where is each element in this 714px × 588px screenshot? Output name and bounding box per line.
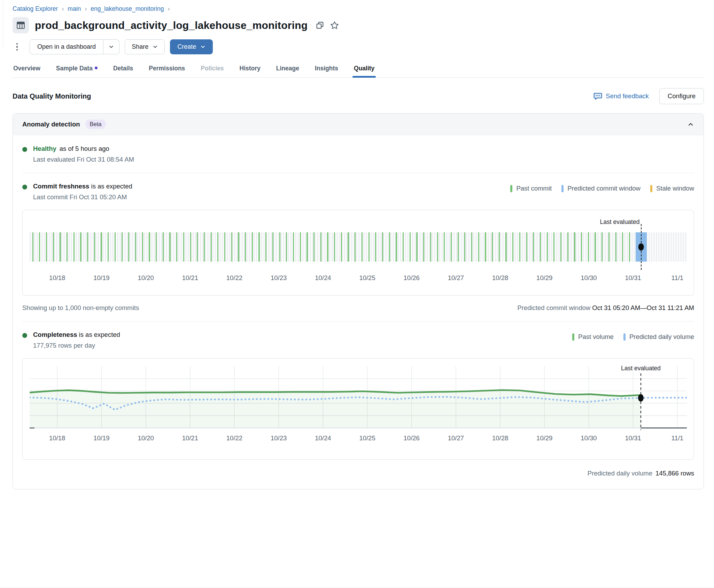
health-last-evaluated: Last evaluated Fri Oct 31 08:54 AM	[33, 156, 134, 163]
open-in-dashboard-dropdown-chevron[interactable]	[103, 40, 119, 54]
completeness-footer: Predicted daily volume 145,866 rows	[22, 470, 694, 477]
tab-details[interactable]: Details	[112, 62, 134, 77]
legend-label: Predicted commit window	[567, 185, 641, 192]
commit-bar	[458, 232, 459, 262]
commit-marker-label: Last evaluated	[600, 218, 640, 226]
legend-swatch	[561, 185, 564, 192]
axis-tick-label: 10/21	[182, 274, 198, 282]
commit-bar	[416, 232, 417, 262]
tab-sample-data[interactable]: Sample Data	[55, 62, 98, 77]
completeness-header: Completeness is as expected 177,975 rows…	[22, 331, 694, 349]
main-content: Catalog Explorer › main › eng_lakehouse_…	[0, 0, 714, 500]
tab-lineage[interactable]: Lineage	[275, 62, 300, 77]
tab-permissions[interactable]: Permissions	[148, 62, 186, 77]
breadcrumb-catalog-explorer[interactable]: Catalog Explorer	[13, 5, 58, 13]
completeness-rows-per-day: 177,975 rows per day	[33, 342, 120, 349]
commit-bar	[629, 232, 630, 262]
commit-bar	[39, 232, 40, 262]
axis-tick-label: 10/24	[315, 434, 331, 442]
volume-marker-dot	[638, 394, 644, 402]
commit-bar	[615, 232, 616, 262]
commit-bar	[245, 232, 246, 262]
breadcrumb-separator: ›	[62, 5, 64, 13]
freshness-header: Commit freshness is as expected Last com…	[22, 183, 694, 201]
share-button[interactable]: Share	[125, 39, 165, 54]
health-status: Healthyas of 5 hours ago Last evaluated …	[22, 145, 694, 163]
section-actions: Send feedback Configure	[593, 88, 704, 104]
commit-bar	[567, 232, 568, 262]
send-feedback-link[interactable]: Send feedback	[593, 92, 649, 101]
configure-button[interactable]: Configure	[659, 88, 704, 104]
commit-bar	[547, 232, 548, 262]
freshness-footnotes: Showing up to 1,000 non-empty commits Pr…	[22, 304, 694, 312]
favorite-star-icon[interactable]	[330, 21, 339, 30]
commit-bar	[94, 232, 95, 262]
tab-quality[interactable]: Quality	[353, 62, 375, 77]
breadcrumb-main[interactable]: main	[68, 5, 81, 13]
commit-bar	[327, 232, 328, 262]
axis-tick-label: 11/1	[671, 274, 683, 282]
legend-label: Past commit	[516, 185, 552, 192]
axis-tick-label: 10/27	[448, 434, 464, 442]
commit-bar	[101, 232, 102, 262]
page-title: prod_background_activity_log_lakehouse_m…	[35, 20, 308, 31]
completeness-title: Completeness is as expected	[33, 331, 120, 339]
commit-bar	[574, 232, 575, 262]
tab-label: Lineage	[276, 65, 299, 72]
commit-bar	[265, 232, 266, 262]
commit-bar	[533, 232, 534, 262]
create-button[interactable]: Create	[170, 39, 213, 54]
commit-bar	[540, 232, 541, 262]
commit-bar	[560, 232, 561, 262]
open-in-dashboard-split-button: Open in a dashboard	[30, 39, 119, 54]
legend-label: Past volume	[578, 333, 614, 341]
health-status-text: Healthy	[33, 145, 56, 152]
tab-label: Overview	[13, 65, 40, 72]
commit-bar	[396, 232, 397, 262]
open-in-dashboard-button[interactable]: Open in a dashboard	[30, 40, 103, 54]
volume-plot	[30, 364, 687, 432]
commit-marker-layer: Last evaluated	[30, 210, 687, 231]
collapse-chevron-up-icon[interactable]	[687, 121, 694, 128]
tab-policies[interactable]: Policies	[200, 62, 224, 77]
commit-bar	[320, 232, 321, 262]
breadcrumb-schema[interactable]: eng_lakehouse_monitoring	[91, 5, 164, 13]
completeness-status-dot	[22, 333, 27, 338]
commit-bar	[512, 232, 513, 262]
tab-label: History	[240, 65, 261, 72]
tab-overview[interactable]: Overview	[13, 62, 41, 77]
section-title: Data Quality Monitoring	[13, 92, 91, 100]
axis-tick-label: 10/31	[625, 434, 641, 442]
commit-bar	[348, 232, 349, 262]
commit-bar	[313, 232, 315, 262]
copy-name-icon[interactable]	[316, 21, 324, 30]
commit-bar	[197, 232, 198, 262]
more-options-kebab-button[interactable]	[13, 40, 22, 54]
tab-label: Policies	[201, 65, 224, 72]
axis-tick-label: 10/28	[492, 274, 508, 282]
commit-axis: 10/1810/1910/2010/2110/2210/2310/2410/25…	[30, 272, 687, 283]
tab-label: Details	[113, 65, 133, 72]
legend-swatch	[510, 185, 512, 192]
axis-tick-label: 10/23	[271, 434, 287, 442]
freshness-legend: Past commitPredicted commit windowStale …	[510, 185, 694, 192]
tab-label: Permissions	[149, 65, 185, 72]
commit-bar	[444, 232, 445, 262]
pane-divider-line	[3, 0, 3, 49]
commit-bar	[231, 232, 232, 262]
axis-tick-label: 10/21	[182, 434, 198, 442]
breadcrumb-separator: ›	[85, 5, 87, 13]
tab-insights[interactable]: Insights	[314, 62, 339, 77]
commit-bar	[526, 232, 527, 262]
predicted-window-label: Predicted commit window	[517, 304, 590, 311]
commit-bar	[149, 232, 150, 262]
tab-history[interactable]: History	[239, 62, 261, 77]
share-button-label: Share	[132, 43, 148, 51]
axis-tick-label: 10/19	[93, 434, 109, 442]
legend-swatch	[650, 185, 652, 192]
commit-bar	[128, 232, 129, 262]
commit-freshness-chart: Last evaluated 10/1810/1910/2010/2110/22…	[22, 210, 694, 296]
anomaly-card-header[interactable]: Anomaly detection Beta	[13, 114, 704, 135]
axis-tick-label: 10/30	[581, 274, 597, 282]
axis-tick-label: 10/24	[315, 274, 331, 282]
